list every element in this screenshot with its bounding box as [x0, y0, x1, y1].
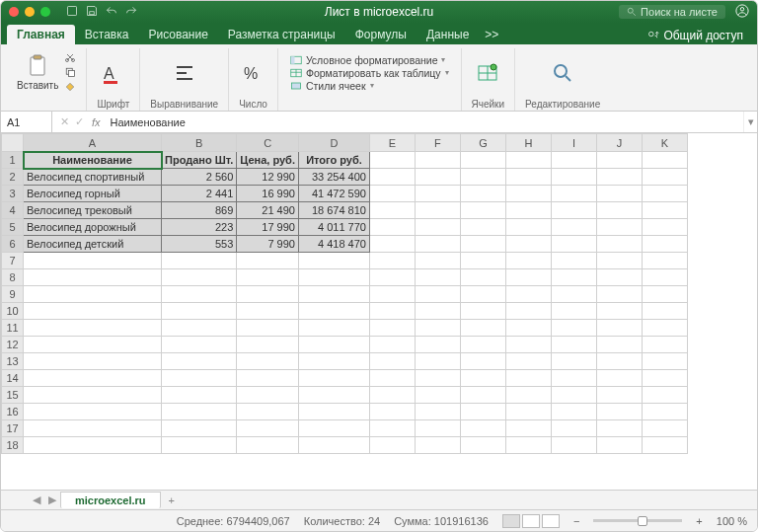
cell-E17[interactable]: [369, 420, 415, 437]
row-header-16[interactable]: 16: [2, 404, 24, 420]
cell-H1[interactable]: [505, 152, 551, 169]
cell-B13[interactable]: [162, 353, 237, 370]
cell-F17[interactable]: [415, 420, 460, 437]
cell-D16[interactable]: [298, 404, 369, 420]
cell-J10[interactable]: [596, 303, 642, 320]
undo-icon[interactable]: [106, 5, 117, 19]
cell-D9[interactable]: [298, 286, 369, 303]
cell-K18[interactable]: [642, 437, 687, 454]
cell-I10[interactable]: [551, 303, 596, 320]
cell-I2[interactable]: [551, 169, 596, 186]
cell-H18[interactable]: [505, 437, 551, 454]
cell-D7[interactable]: [298, 253, 369, 269]
cell-D10[interactable]: [298, 303, 369, 320]
cell-I16[interactable]: [551, 404, 596, 420]
cell-I13[interactable]: [551, 353, 596, 370]
tab-overflow[interactable]: >>: [479, 25, 504, 44]
cell-A8[interactable]: [24, 269, 162, 286]
cell-J13[interactable]: [596, 353, 642, 370]
cell-F4[interactable]: [415, 202, 460, 219]
cell-G4[interactable]: [460, 202, 505, 219]
row-header-5[interactable]: 5: [2, 219, 24, 236]
cell-A4[interactable]: Велосипед трековый: [24, 202, 162, 219]
copy-button[interactable]: [64, 66, 76, 80]
cell-K2[interactable]: [642, 169, 687, 186]
cell-G6[interactable]: [460, 236, 505, 253]
cell-F18[interactable]: [415, 437, 460, 454]
cell-B4[interactable]: 869: [162, 202, 237, 219]
cell-B17[interactable]: [162, 420, 237, 437]
spreadsheet-grid[interactable]: ABCDEFGHIJK1НаименованиеПродано Шт.Цена,…: [1, 133, 757, 490]
cell-C13[interactable]: [237, 353, 299, 370]
zoom-out-button[interactable]: −: [573, 515, 579, 527]
cell-I5[interactable]: [551, 219, 596, 236]
cell-G7[interactable]: [460, 253, 505, 269]
cell-A3[interactable]: Велосипед горный: [24, 186, 162, 202]
cell-G11[interactable]: [460, 320, 505, 337]
share-button[interactable]: Общий доступ: [644, 27, 747, 44]
cell-A17[interactable]: [24, 420, 162, 437]
cell-C9[interactable]: [237, 286, 299, 303]
cell-K10[interactable]: [642, 303, 687, 320]
col-header-D[interactable]: D: [298, 134, 369, 152]
cell-D2[interactable]: 33 254 400: [298, 169, 369, 186]
cell-C17[interactable]: [237, 420, 299, 437]
cell-D13[interactable]: [298, 353, 369, 370]
cell-C10[interactable]: [237, 303, 299, 320]
cell-A16[interactable]: [24, 404, 162, 420]
row-header-9[interactable]: 9: [2, 286, 24, 303]
col-header-J[interactable]: J: [596, 134, 642, 152]
cell-E1[interactable]: [369, 152, 415, 169]
cell-H15[interactable]: [505, 387, 551, 404]
row-header-2[interactable]: 2: [2, 169, 24, 186]
cell-H5[interactable]: [505, 219, 551, 236]
cell-G9[interactable]: [460, 286, 505, 303]
cell-J3[interactable]: [596, 186, 642, 202]
cell-E11[interactable]: [369, 320, 415, 337]
cut-button[interactable]: [64, 51, 76, 65]
cell-G16[interactable]: [460, 404, 505, 420]
cell-B5[interactable]: 223: [162, 219, 237, 236]
cell-E12[interactable]: [369, 337, 415, 353]
cell-C7[interactable]: [237, 253, 299, 269]
cell-F10[interactable]: [415, 303, 460, 320]
cell-H16[interactable]: [505, 404, 551, 420]
cell-styles-button[interactable]: Стили ячеек▾: [288, 80, 451, 92]
cell-B10[interactable]: [162, 303, 237, 320]
tab-formulas[interactable]: Формулы: [345, 25, 417, 44]
search-input[interactable]: Поиск на листе: [619, 5, 725, 19]
cell-J1[interactable]: [596, 152, 642, 169]
cell-E10[interactable]: [369, 303, 415, 320]
cell-F14[interactable]: [415, 370, 460, 387]
cell-E18[interactable]: [369, 437, 415, 454]
cell-B12[interactable]: [162, 337, 237, 353]
cell-J16[interactable]: [596, 404, 642, 420]
row-header-10[interactable]: 10: [2, 303, 24, 320]
cell-A14[interactable]: [24, 370, 162, 387]
fx-label[interactable]: fx: [92, 116, 101, 128]
cell-H9[interactable]: [505, 286, 551, 303]
conditional-formatting-button[interactable]: Условное форматирование▾: [288, 54, 451, 66]
cell-C6[interactable]: 7 990: [237, 236, 299, 253]
cell-H11[interactable]: [505, 320, 551, 337]
cell-G15[interactable]: [460, 387, 505, 404]
cell-C12[interactable]: [237, 337, 299, 353]
cell-I3[interactable]: [551, 186, 596, 202]
cell-H13[interactable]: [505, 353, 551, 370]
cell-E3[interactable]: [369, 186, 415, 202]
cell-F9[interactable]: [415, 286, 460, 303]
cell-B11[interactable]: [162, 320, 237, 337]
cell-A10[interactable]: [24, 303, 162, 320]
cell-A7[interactable]: [24, 253, 162, 269]
cell-G13[interactable]: [460, 353, 505, 370]
cell-F11[interactable]: [415, 320, 460, 337]
cell-G17[interactable]: [460, 420, 505, 437]
cell-F15[interactable]: [415, 387, 460, 404]
cancel-formula-icon[interactable]: ✕: [60, 115, 69, 128]
cell-A13[interactable]: [24, 353, 162, 370]
cell-H10[interactable]: [505, 303, 551, 320]
col-header-A[interactable]: A: [24, 134, 162, 152]
cell-K3[interactable]: [642, 186, 687, 202]
add-sheet-button[interactable]: +: [161, 493, 183, 508]
cell-G18[interactable]: [460, 437, 505, 454]
